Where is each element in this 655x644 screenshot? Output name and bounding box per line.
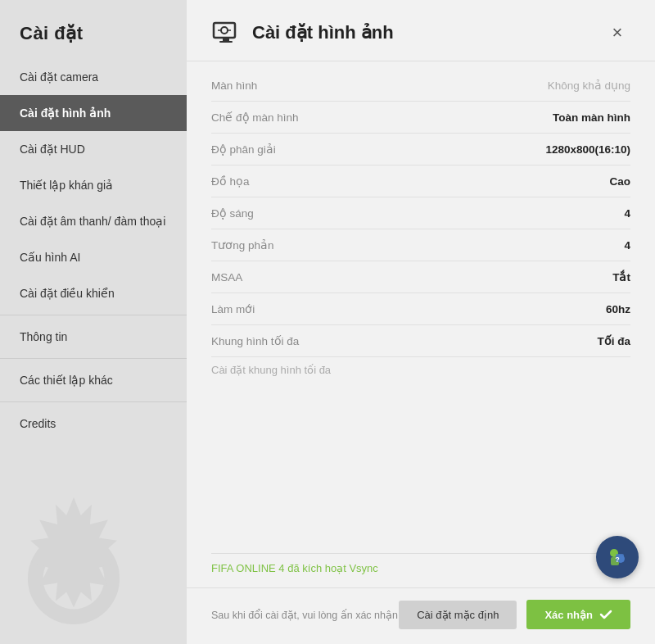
settings-value-3: Cao <box>609 175 630 188</box>
main-content: Cài đặt hình ảnh × Màn hình Không khả dụ… <box>187 0 655 644</box>
sidebar-item-thiet-lap-khac[interactable]: Các thiết lập khác <box>0 362 187 398</box>
footer-buttons: Cài đặt mặc định Xác nhận <box>399 600 630 629</box>
settings-value-2: 1280x800(16:10) <box>545 143 630 156</box>
reset-default-button[interactable]: Cài đặt mặc định <box>399 601 517 629</box>
settings-label-0: Màn hình <box>211 79 257 92</box>
gear-icon <box>0 488 164 644</box>
bottom-section: FIFA ONLINE 4 đã kích hoạt Vsync <box>187 545 655 587</box>
sidebar-item-ai[interactable]: Cấu hình AI <box>0 239 187 275</box>
svg-text:?: ? <box>615 556 620 564</box>
settings-row-1[interactable]: Chế độ màn hình Toàn màn hình <box>211 102 630 134</box>
sidebar-item-hud[interactable]: Cài đặt HUD <box>0 131 187 167</box>
svg-rect-1 <box>223 38 229 41</box>
settings-value-5: 4 <box>624 239 630 252</box>
settings-row-4[interactable]: Độ sáng 4 <box>211 197 630 229</box>
settings-label-5: Tương phản <box>211 238 274 252</box>
settings-row-3[interactable]: Đồ họa Cao <box>211 166 630 197</box>
checkmark-icon <box>599 608 612 621</box>
sidebar-item-camera[interactable]: Cài đặt camera <box>0 59 187 95</box>
sidebar-item-thong-tin[interactable]: Thông tin <box>0 319 187 355</box>
settings-value-7: 60hz <box>606 303 630 315</box>
settings-row-2[interactable]: Độ phân giải 1280x800(16:10) <box>211 134 630 166</box>
sidebar: Cài đặt Cài đặt camera Cài đặt hình ảnh … <box>0 0 187 644</box>
settings-row-0: Màn hình Không khả dụng <box>211 70 630 102</box>
help-button[interactable]: ? <box>596 536 639 578</box>
settings-label-6: MSAA <box>211 271 242 283</box>
confirm-button[interactable]: Xác nhận <box>526 600 630 629</box>
close-button[interactable]: × <box>604 20 630 46</box>
sidebar-content: Cài đặt Cài đặt camera Cài đặt hình ảnh … <box>0 8 187 442</box>
footer: Sau khi đổi cài đặt, vui lòng ấn xác nhậ… <box>187 587 655 644</box>
sidebar-title: Cài đặt <box>0 8 187 59</box>
settings-table: Màn hình Không khả dụng Chế độ màn hình … <box>187 61 655 545</box>
settings-row-7[interactable]: Làm mới 60hz <box>211 293 630 325</box>
settings-value-6: Tắt <box>612 270 630 283</box>
settings-label-8: Khung hình tối đa <box>211 334 299 347</box>
settings-label-4: Độ sáng <box>211 206 254 220</box>
sidebar-item-credits[interactable]: Credits <box>0 406 187 442</box>
sidebar-item-hinh-anh[interactable]: Cài đặt hình ảnh <box>0 95 187 131</box>
svg-rect-2 <box>219 41 233 43</box>
svg-rect-0 <box>214 23 235 38</box>
main-header-left: Cài đặt hình ảnh <box>211 18 394 48</box>
help-icon: ? <box>606 546 629 569</box>
vsync-notice: FIFA ONLINE 4 đã kích hoạt Vsync <box>211 553 630 587</box>
sidebar-item-khan-gia[interactable]: Thiết lập khán giả <box>0 167 187 203</box>
page-title: Cài đặt hình ảnh <box>252 22 394 43</box>
settings-value-4: 4 <box>624 207 630 220</box>
main-header: Cài đặt hình ảnh × <box>187 0 655 61</box>
settings-value-0: Không khả dụng <box>548 79 630 92</box>
sidebar-divider-2 <box>0 358 187 359</box>
sidebar-item-dieu-khien[interactable]: Cài đặt điều khiển <box>0 275 187 311</box>
settings-label-7: Làm mới <box>211 302 255 315</box>
footer-text: Sau khi đổi cài đặt, vui lòng ấn xác nhậ… <box>211 609 398 621</box>
settings-subtext: Cài đặt khung hình tối đa <box>211 357 630 379</box>
sidebar-item-am-thanh[interactable]: Cài đặt âm thanh/ đàm thoại <box>0 203 187 239</box>
svg-point-3 <box>221 27 228 34</box>
sidebar-divider-3 <box>0 401 187 402</box>
display-settings-icon <box>211 18 241 48</box>
settings-label-2: Độ phân giải <box>211 143 276 156</box>
settings-row-5[interactable]: Tương phản 4 <box>211 229 630 261</box>
settings-label-1: Chế độ màn hình <box>211 111 299 124</box>
sidebar-divider-1 <box>0 315 187 315</box>
settings-value-1: Toàn màn hình <box>553 111 630 124</box>
settings-row-8[interactable]: Khung hình tối đa Tối đa <box>211 325 630 357</box>
settings-row-6[interactable]: MSAA Tắt <box>211 261 630 293</box>
settings-value-8: Tối đa <box>597 334 630 347</box>
settings-label-3: Đồ họa <box>211 175 250 188</box>
